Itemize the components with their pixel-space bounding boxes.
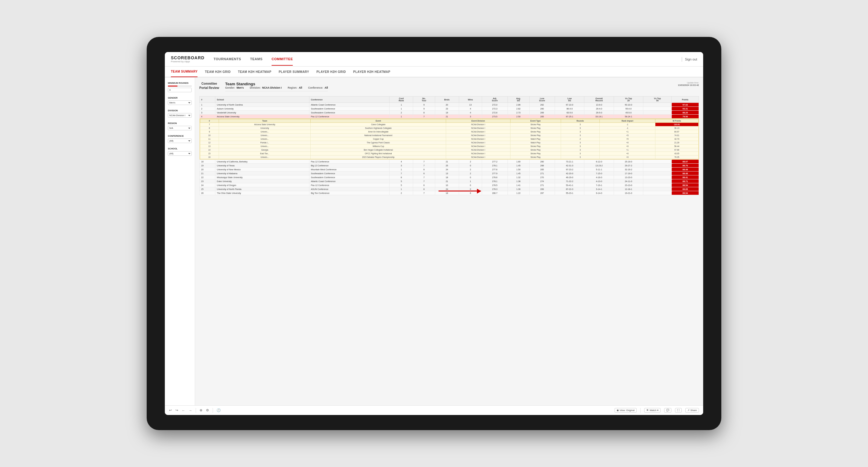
cell-points[interactable]: 93.31 (672, 107, 699, 111)
th-tour: No.Tour (413, 96, 435, 103)
sub-nav-team-summary[interactable]: TEAM SUMMARY (171, 66, 197, 77)
sidebar-conference: Conference (All) (168, 134, 192, 143)
cell-avg-sg: 2.86 (507, 103, 529, 107)
redo-icon[interactable]: ↪ (176, 408, 178, 412)
table-header-row: # School Conference ConfRank No.Tour Bnd… (199, 96, 699, 103)
logo-area: SCOREBOARD Powered by clippi (171, 55, 205, 63)
sidebar-school-label: School (168, 147, 192, 150)
sub-th-event-type: Event Type (510, 119, 561, 123)
expanded-row: # Team Event Event Division Event Type R… (199, 119, 699, 160)
cell-points-highlighted[interactable]: 79.50 (672, 115, 699, 119)
cell-points[interactable]: 88.94 (672, 191, 699, 195)
min-rounds-input[interactable] (168, 88, 192, 92)
cell-wins: 13 (459, 103, 482, 107)
nav-item-tournaments[interactable]: TOURNAMENTS (214, 53, 241, 66)
sub-table: # Team Event Event Division Event Type R… (200, 119, 699, 159)
cell-points[interactable]: 88.71 (672, 179, 699, 183)
cell-school: Arizona State University (215, 115, 309, 119)
sub-th-event-div: Event Division (446, 119, 510, 123)
cell-avg-sg: 2.73 (507, 111, 529, 115)
sign-out-button[interactable]: Sign out (685, 58, 697, 61)
range-slider[interactable] (168, 86, 192, 87)
cell-school: University of North Carolina (215, 103, 309, 107)
back-icon[interactable]: ← (182, 409, 185, 412)
sub-th-rounds: Rounds (561, 119, 599, 123)
table-row: 2 Auburn University Southeastern Confere… (199, 107, 699, 111)
cell-points[interactable]: 88.70 (672, 164, 699, 167)
sidebar-region: Region N/A (168, 122, 192, 130)
sidebar-conference-select[interactable]: (All) (168, 138, 192, 143)
cell-low-score: 260 (529, 107, 555, 111)
cell-points[interactable]: 88.41 (672, 176, 699, 179)
table-row: 21 University of Alabama Southeastern Co… (199, 172, 699, 176)
view-original-button[interactable]: ◉ View: Original (615, 408, 637, 412)
nav-item-teams[interactable]: TEAMS (250, 53, 262, 66)
zoom-icon[interactable]: ⊕ (199, 408, 202, 412)
clock-icon[interactable]: 🕐 (217, 408, 221, 412)
committee-portal-title: Committee Portal Review (199, 82, 219, 90)
share-button[interactable]: ↗ Share (685, 408, 699, 412)
cell-points[interactable]: 88.89 (672, 187, 699, 191)
sub-table-row: 16 Univers... 2023 Sahalee Players Champ… (200, 155, 698, 159)
comment-button[interactable]: 💬 (664, 408, 672, 412)
filter-row: Gender: Men's Division: NCAA Division I … (225, 86, 328, 91)
sidebar-region-select[interactable]: N/A (168, 126, 192, 130)
cell-points[interactable]: 88.54 (672, 183, 699, 187)
cell-tour: 9 (413, 103, 435, 107)
fullscreen-button[interactable]: ⛶ (675, 408, 682, 412)
sidebar-gender: Gender Men's (168, 96, 192, 105)
filter-gender-value: Men's (237, 86, 244, 89)
cell-points[interactable]: 88.49 (672, 167, 699, 172)
top-nav: SCOREBOARD Powered by clippi TOURNAMENTS… (165, 52, 703, 66)
sidebar-min-rounds-label: Minimum Rounds (168, 82, 192, 84)
sidebar-school-select[interactable]: (All) (168, 151, 192, 156)
settings-icon[interactable]: ⚙ (206, 408, 209, 412)
range-fill (168, 86, 178, 87)
cell-points[interactable]: 88.20 (672, 111, 699, 115)
cell-overall: 29-5-0 (584, 111, 614, 115)
table-row: 22 Mississippi State University Southeas… (199, 176, 699, 179)
sidebar-conference-label: Conference (168, 134, 192, 137)
cell-points[interactable]: 97.02 (672, 103, 699, 107)
th-points: Points (672, 96, 699, 103)
cell-points[interactable]: 88.07 (672, 160, 699, 164)
sidebar-gender-select[interactable]: Men's (168, 100, 192, 105)
sub-nav-player-summary[interactable]: PLAYER SUMMARY (279, 66, 309, 77)
cell-avg-sg: 2.50 (507, 115, 529, 119)
cell-wins: 4 (459, 107, 482, 111)
cell-adj-score: 272.6 (482, 111, 507, 115)
toolbar-divider-2 (213, 408, 213, 413)
table-row-highlighted: 4 Arizona State University Pac-12 Confer… (199, 115, 699, 119)
cell-school: Auburn University (215, 107, 309, 111)
sub-table-row: 10 Univers... National Invitational Tour… (200, 134, 698, 137)
cell-rank: 1 (199, 103, 215, 107)
sub-nav-team-h2h-heatmap[interactable]: TEAM H2H HEATMAP (238, 66, 272, 77)
filter-conference-value: All (324, 86, 328, 89)
filter-division-value: NCAA Division I (262, 86, 282, 89)
cell-tour: 9 (413, 107, 435, 111)
th-low-sg: LowSG (555, 96, 584, 103)
forward-icon[interactable]: → (189, 409, 192, 412)
table-row: 20 University of New Mexico Mountain Wes… (199, 167, 699, 172)
cell-points[interactable]: 88.48 (672, 172, 699, 176)
main-content: Minimum Rounds Gender Men's Division NCA… (165, 77, 703, 405)
sub-nav-team-h2h-grid[interactable]: TEAM H2H GRID (205, 66, 230, 77)
sub-nav-player-h2h-heatmap[interactable]: PLAYER H2H HEATMAP (353, 66, 391, 77)
th-low-score: LowScore (529, 96, 555, 103)
watch-button[interactable]: 👁 Watch ▾ (644, 408, 660, 412)
undo-icon[interactable]: ↩ (169, 408, 172, 412)
sidebar-division-select[interactable]: NCAA Division I (168, 113, 192, 118)
tablet-frame: SCOREBOARD Powered by clippi TOURNAMENTS… (147, 37, 721, 430)
cell-bnds: 20 (435, 103, 459, 107)
nav-item-committee[interactable]: COMMITTEE (272, 53, 293, 66)
sidebar-division-label: Division (168, 109, 192, 112)
sub-table-header: # Team Event Event Division Event Type R… (200, 119, 698, 123)
cell-low-sg: 63-5-0 (555, 111, 584, 115)
standings-table: # School Conference ConfRank No.Tour Bnd… (199, 96, 699, 195)
filter-division: Division: NCAA Division I (250, 86, 282, 89)
nav-items: TOURNAMENTS TEAMS COMMITTEE (214, 53, 681, 66)
th-adj-score: Adj.Score (482, 96, 507, 103)
sub-th-num: # (200, 119, 219, 123)
th-rank: # (199, 96, 215, 103)
sub-nav-player-h2h-grid[interactable]: PLAYER H2H GRID (316, 66, 346, 77)
